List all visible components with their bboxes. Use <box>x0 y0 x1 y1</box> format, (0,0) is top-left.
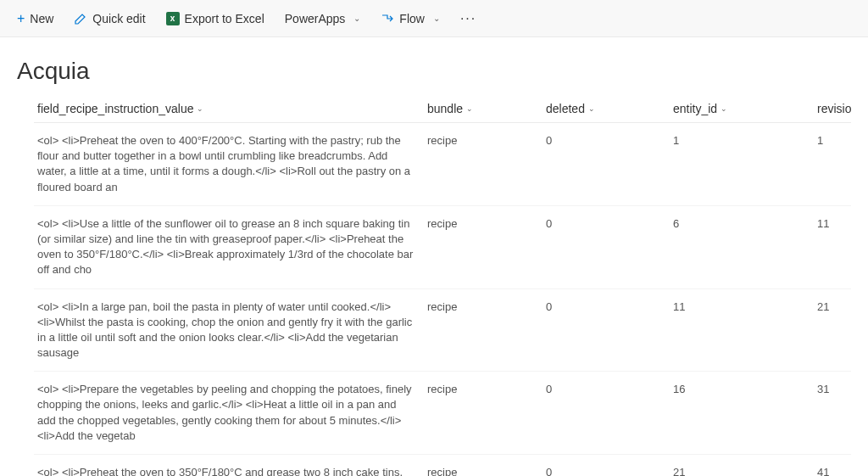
cell-revision: 31 <box>814 382 851 444</box>
command-bar: + New Quick edit x Export to Excel Power… <box>0 0 868 37</box>
cell-bundle: recipe <box>424 133 542 195</box>
flow-button[interactable]: Flow ⌄ <box>370 0 450 37</box>
cell-instruction: <ol> <li>Preheat the oven to 350°F/180°C… <box>34 465 424 476</box>
list-view: field_recipe_instruction_value ⌄ bundle … <box>0 95 868 476</box>
cell-revision: 11 <box>814 216 851 278</box>
page-title: Acquia <box>0 37 868 95</box>
chevron-down-icon: ⌄ <box>433 14 440 23</box>
excel-icon: x <box>166 12 180 25</box>
chevron-down-icon: ⌄ <box>721 104 727 113</box>
cell-deleted: 0 <box>542 300 670 361</box>
cell-instruction: <ol> <li>Use a little of the sunflower o… <box>34 216 424 278</box>
export-label: Export to Excel <box>185 12 264 25</box>
chevron-down-icon: ⌄ <box>197 104 203 113</box>
cell-deleted: 0 <box>542 216 670 278</box>
cell-revision: 1 <box>814 133 851 195</box>
powerapps-button[interactable]: PowerApps ⌄ <box>275 0 371 37</box>
pencil-icon <box>74 12 87 25</box>
column-header-label: bundle <box>427 102 463 115</box>
more-icon: ··· <box>460 11 476 26</box>
cell-deleted: 0 <box>542 465 670 476</box>
cell-deleted: 0 <box>542 382 670 444</box>
cell-deleted: 0 <box>542 133 670 195</box>
table-row[interactable]: <ol> <li>Use a little of the sunflower o… <box>34 206 851 289</box>
column-header-revision[interactable]: revisio <box>814 102 868 115</box>
cell-entity-id: 16 <box>670 382 814 444</box>
cell-bundle: recipe <box>424 216 542 278</box>
cell-revision: 21 <box>814 300 851 361</box>
chevron-down-icon: ⌄ <box>466 104 473 113</box>
column-header-bundle[interactable]: bundle ⌄ <box>424 102 542 115</box>
column-header-deleted[interactable]: deleted ⌄ <box>542 102 670 115</box>
cell-instruction: <ol> <li>In a large pan, boil the pasta … <box>34 300 424 361</box>
cell-bundle: recipe <box>424 300 542 361</box>
column-header-instruction[interactable]: field_recipe_instruction_value ⌄ <box>34 102 424 115</box>
table-row[interactable]: <ol> <li>In a large pan, boil the pasta … <box>34 289 851 372</box>
table-row[interactable]: <ol> <li>Preheat the oven to 350°F/180°C… <box>34 455 851 476</box>
quick-edit-button[interactable]: Quick edit <box>64 0 155 37</box>
new-label: New <box>30 12 53 25</box>
table-row[interactable]: <ol> <li>Preheat the oven to 400°F/200°C… <box>34 123 851 206</box>
column-header-entity-id[interactable]: entity_id ⌄ <box>670 102 814 115</box>
column-header-label: deleted <box>546 102 585 115</box>
cell-bundle: recipe <box>424 382 542 444</box>
quick-edit-label: Quick edit <box>92 12 145 25</box>
list-body: <ol> <li>Preheat the oven to 400°F/200°C… <box>34 123 851 476</box>
powerapps-label: PowerApps <box>285 12 346 25</box>
cell-revision: 41 <box>814 465 851 476</box>
cell-bundle: recipe <box>424 465 542 476</box>
cell-instruction: <ol> <li>Prepare the vegetables by peeli… <box>34 382 424 444</box>
flow-icon <box>381 12 394 25</box>
cell-entity-id: 1 <box>670 133 814 195</box>
export-excel-button[interactable]: x Export to Excel <box>156 0 275 37</box>
cell-entity-id: 11 <box>670 300 814 361</box>
cell-entity-id: 6 <box>670 216 814 278</box>
plus-icon: + <box>17 11 25 26</box>
list-header-row: field_recipe_instruction_value ⌄ bundle … <box>34 95 851 123</box>
column-header-label: entity_id <box>673 102 717 115</box>
column-header-label: revisio <box>817 102 851 115</box>
table-row[interactable]: <ol> <li>Prepare the vegetables by peeli… <box>34 372 851 455</box>
column-header-label: field_recipe_instruction_value <box>37 102 193 115</box>
more-actions-button[interactable]: ··· <box>450 0 487 37</box>
flow-label: Flow <box>399 12 425 25</box>
new-button[interactable]: + New <box>7 0 64 37</box>
chevron-down-icon: ⌄ <box>588 104 595 113</box>
chevron-down-icon: ⌄ <box>353 14 360 23</box>
cell-entity-id: 21 <box>670 465 814 476</box>
cell-instruction: <ol> <li>Preheat the oven to 400°F/200°C… <box>34 133 424 195</box>
